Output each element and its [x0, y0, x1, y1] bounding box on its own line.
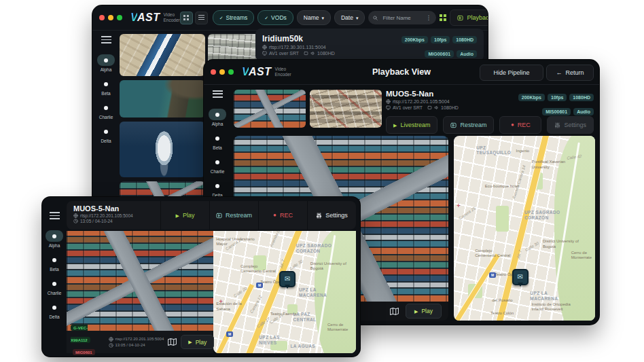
- sidebar-item-alpha[interactable]: Alpha: [209, 109, 226, 126]
- vods-filter-button[interactable]: ✓ VODs: [257, 10, 293, 25]
- map-icon[interactable]: [168, 338, 177, 346]
- stream-badge: 1080HD: [452, 36, 477, 43]
- thumbnail-rooftops-aerial[interactable]: [310, 90, 382, 128]
- vods-label: VODs: [271, 14, 287, 21]
- livestream-button[interactable]: ▶ Livestream: [386, 116, 437, 134]
- map-pin[interactable]: ✉: [279, 271, 296, 287]
- livestream-label: Livestream: [400, 122, 430, 128]
- restream-button[interactable]: Restream: [443, 116, 494, 134]
- stream-codec: AV1 over SRT: [269, 51, 299, 56]
- filter-search-box: ⋮: [368, 11, 436, 24]
- sidebar-item-charlie[interactable]: Charlie: [97, 102, 115, 120]
- hamburger-menu-icon[interactable]: [213, 90, 223, 98]
- stream-badge: 10fps: [548, 94, 567, 101]
- map-label: M: [256, 283, 263, 288]
- stream-resolution: 1080HD: [317, 51, 335, 56]
- stream-panel: MUOS-5-Nan rtsp://172.20.201.105:5004 AV…: [234, 90, 594, 132]
- location-map[interactable]: UPZ TEUSAQUILLOIngenioPontifical Xaveria…: [454, 136, 595, 321]
- record-dot-icon: ●: [273, 213, 276, 218]
- sidebar-item-label: Charlie: [99, 115, 113, 120]
- globe-icon: [262, 45, 267, 50]
- settings-button[interactable]: Settings: [307, 201, 356, 230]
- map-pin[interactable]: ✉: [512, 269, 529, 285]
- grid-view-button[interactable]: [180, 12, 193, 24]
- return-button[interactable]: ← Return: [546, 65, 594, 81]
- sort-name-dropdown[interactable]: Name ▾: [297, 10, 331, 25]
- restream-button[interactable]: Restream: [209, 201, 258, 230]
- viewer-play-button[interactable]: ▶ Play: [406, 304, 442, 319]
- sidebar-item-delta[interactable]: Delta: [209, 180, 226, 198]
- stream-footer-bar: G-VEC-X99A112 MIG0601 Iridium50k rtsp://…: [67, 331, 213, 353]
- stream-url: rtsp://172.20.201.105:5004: [393, 99, 450, 104]
- stream-header-card: MUOS-5-Nan rtsp://172.20.201.105:5004 13…: [67, 201, 356, 230]
- sidebar-item-charlie[interactable]: Charlie: [46, 278, 63, 295]
- location-map[interactable]: Hospital Universitario MayorCarrera 25UP…: [213, 231, 356, 353]
- hide-pipeline-button[interactable]: Hide Pipeline: [480, 65, 543, 81]
- sidebar-item-beta[interactable]: Beta: [46, 254, 63, 272]
- logo-sub-encoder: Encoder: [274, 72, 291, 77]
- sidebar-item-label: Alpha: [212, 122, 223, 126]
- playback-button[interactable]: Playback: [450, 10, 488, 26]
- streams-filter-button[interactable]: ✓ Streams: [213, 10, 255, 25]
- thumbnail-containers-aerial[interactable]: [234, 90, 306, 128]
- vec-id-badge: G-VEC-X99A112: [71, 325, 90, 343]
- sidebar-item-beta[interactable]: Beta: [97, 78, 115, 96]
- footer-stream-url: rtsp://172.20.201.105:5004: [115, 336, 164, 342]
- envelope-icon: ✉: [517, 274, 522, 280]
- sidebar-item-label: Beta: [50, 267, 58, 272]
- clock-icon: [109, 343, 113, 348]
- thumbnail-coastline-aerial[interactable]: [120, 80, 205, 117]
- stream-badge: 200Kbps: [518, 94, 545, 101]
- thumbnail-port-aerial[interactable]: [120, 34, 205, 76]
- map-label: Calle 30: [524, 241, 540, 253]
- library-toolbar: ✓ Streams ✓ VODs Name ▾ Date ▾: [180, 10, 488, 26]
- stream-badge: MIG00601: [425, 50, 454, 58]
- hide-pipeline-label: Hide Pipeline: [493, 69, 529, 76]
- sidebar-item-label: Alpha: [101, 67, 112, 72]
- channel-dot-icon: [97, 54, 115, 66]
- map-label: M: [226, 331, 233, 337]
- stream-badge: 200Kbps: [401, 36, 428, 43]
- live-video-frame[interactable]: [67, 231, 213, 331]
- name-label: Name: [304, 14, 319, 21]
- minimize-window-icon[interactable]: [108, 15, 113, 20]
- filter-name-input[interactable]: [381, 14, 422, 22]
- rec-label: REC: [518, 122, 531, 128]
- close-window-icon[interactable]: [211, 69, 216, 75]
- view-toggle: [180, 12, 208, 24]
- iridium-stream-card[interactable]: Iridium50k rtsp://172.30.301.131:5004 AV…: [255, 29, 484, 61]
- hamburger-menu-icon[interactable]: [50, 212, 60, 219]
- footer-play-button[interactable]: ▶ Play: [181, 335, 214, 349]
- map-label: UPZ TEUSAQUILLO: [476, 145, 516, 156]
- kebab-menu-icon[interactable]: ⋮: [425, 14, 431, 21]
- map-icon[interactable]: [390, 308, 399, 315]
- restream-label: Restream: [226, 212, 252, 219]
- speaker-icon: [434, 105, 439, 110]
- stream-url: rtsp://172.30.301.131:5004: [269, 45, 326, 50]
- hamburger-menu-icon[interactable]: [101, 36, 111, 43]
- thumbnail-ship-aerial[interactable]: [120, 122, 205, 177]
- sidebar-item-delta[interactable]: Delta: [97, 126, 115, 143]
- record-dot-icon: ●: [511, 122, 514, 128]
- map-label: Cerro de Monserrate: [571, 251, 595, 260]
- list-view-button[interactable]: [195, 12, 208, 24]
- channel-dot-icon: [46, 254, 63, 266]
- rec-button[interactable]: ● REC: [499, 116, 541, 134]
- sidebar-item-alpha[interactable]: Alpha: [97, 54, 115, 72]
- play-button[interactable]: ▶ Play: [160, 201, 209, 230]
- sidebar-item-alpha[interactable]: Alpha: [46, 230, 63, 248]
- sidebar-item-delta[interactable]: Delta: [46, 302, 63, 319]
- streams-label: Streams: [226, 14, 248, 21]
- map-label: Eco-boutique hotel: [485, 184, 519, 189]
- sidebar-item-beta[interactable]: Beta: [209, 132, 226, 150]
- apps-grid-icon[interactable]: [440, 14, 446, 21]
- close-window-icon[interactable]: [99, 15, 105, 20]
- rec-button[interactable]: ● REC: [258, 201, 307, 230]
- settings-button[interactable]: Settings: [547, 116, 594, 134]
- maximize-window-icon[interactable]: [117, 15, 122, 20]
- sort-date-dropdown[interactable]: Date ▾: [334, 10, 365, 25]
- minimize-window-icon[interactable]: [219, 69, 225, 75]
- stream-badge: Audio: [457, 50, 477, 58]
- sidebar-item-charlie[interactable]: Charlie: [209, 156, 226, 174]
- maximize-window-icon[interactable]: [228, 69, 234, 75]
